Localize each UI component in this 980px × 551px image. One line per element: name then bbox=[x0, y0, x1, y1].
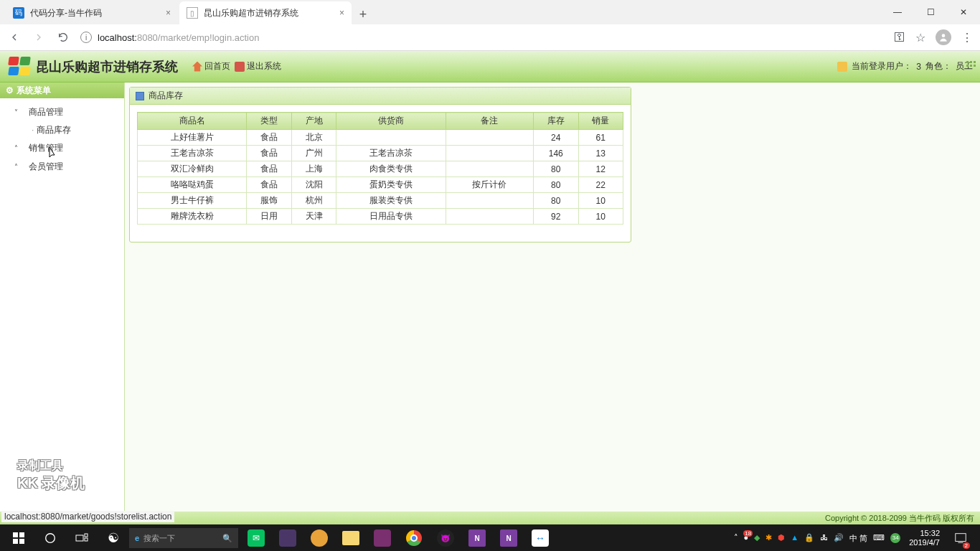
tab-inactive[interactable]: 码 代码分享-当牛作码 × bbox=[6, 1, 178, 24]
reload-button[interactable] bbox=[56, 30, 70, 44]
table-row[interactable]: 双汇冷鲜肉食品上海肉食类专供8012 bbox=[138, 161, 623, 177]
table-cell: 服饰 bbox=[247, 193, 291, 209]
table-cell: 杭州 bbox=[291, 193, 336, 209]
sidebar-item-goods[interactable]: ˅ 商品管理 bbox=[0, 103, 124, 121]
sidebar-item-sales[interactable]: ˄ 销售管理 bbox=[0, 138, 124, 157]
volume-icon[interactable]: 🔊 bbox=[834, 533, 844, 544]
sidebar-item-members[interactable]: ˄ 会员管理 bbox=[0, 157, 124, 176]
user-info: 当前登录用户： 3 角色： 员工 bbox=[837, 60, 973, 72]
windows-logo-icon bbox=[7, 55, 30, 78]
table-cell: 食品 bbox=[247, 146, 291, 161]
url-port: 8080 bbox=[137, 32, 158, 43]
clock[interactable]: 15:32 2019/4/7 bbox=[905, 529, 944, 547]
table-cell: 10 bbox=[578, 209, 623, 225]
table-row[interactable]: 雕牌洗衣粉日用天津日用品专供9210 bbox=[138, 209, 623, 225]
table-header: 供货商 bbox=[336, 113, 446, 130]
table-cell: 男士牛仔裤 bbox=[138, 193, 247, 209]
tab-bar: 码 代码分享-当牛作码 × ▯ 昆山乐购超市进销存系统 × + — ☐ ✕ bbox=[0, 0, 980, 24]
close-icon[interactable]: × bbox=[339, 8, 344, 18]
status-url: localhost:8080/market/goods!storelist.ac… bbox=[1, 511, 174, 522]
table-cell: 雕牌洗衣粉 bbox=[138, 209, 247, 225]
table-row[interactable]: 上好佳薯片食品北京2461 bbox=[138, 130, 623, 146]
sidebar-item-stock[interactable]: · 商品库存 bbox=[0, 121, 124, 138]
wechat-icon[interactable]: ✉ bbox=[241, 524, 271, 551]
chrome-icon[interactable] bbox=[399, 524, 429, 551]
explorer-icon[interactable] bbox=[336, 524, 366, 551]
address-bar: i localhost:8080/market/emp!login.action… bbox=[0, 24, 980, 50]
app-icon-4[interactable]: 😈 bbox=[430, 524, 461, 551]
table-cell bbox=[446, 161, 533, 177]
star-icon[interactable]: ☆ bbox=[915, 31, 925, 44]
table-row[interactable]: 男士牛仔裤服饰杭州服装类专供8010 bbox=[138, 193, 623, 209]
table-header: 商品名 bbox=[138, 113, 247, 130]
tray-icon[interactable]: ✱ bbox=[765, 533, 772, 544]
network-icon[interactable]: 🖧 bbox=[820, 533, 828, 544]
sidebar-title: ⚙ 系统菜单 bbox=[0, 83, 124, 98]
task-icons: ✉ 😈 N N ↔ bbox=[241, 524, 555, 551]
onenote2-icon[interactable]: N bbox=[494, 524, 524, 551]
bullet-icon: · bbox=[32, 125, 34, 135]
app-title: 昆山乐购超市进销存系统 bbox=[36, 58, 178, 75]
chevron-up-icon: ˄ bbox=[14, 163, 23, 171]
stock-table: 商品名类型产地供货商备注库存销量 上好佳薯片食品北京2461王老吉凉茶食品广州王… bbox=[137, 112, 623, 225]
close-icon[interactable]: × bbox=[166, 8, 171, 18]
taskbar-search[interactable]: e 搜索一下 🔍 bbox=[129, 528, 238, 548]
notifications-button[interactable]: 2 bbox=[948, 524, 973, 551]
table-cell bbox=[446, 209, 533, 225]
maximize-button[interactable]: ☐ bbox=[914, 0, 947, 24]
start-button[interactable] bbox=[3, 524, 34, 551]
url-host: localhost: bbox=[98, 32, 137, 43]
workspace: ⚙ 系统菜单 ˅ 商品管理 · 商品库存 ˄ 销售管理 ˄ 会员管理 bbox=[0, 83, 980, 512]
close-window-button[interactable]: ✕ bbox=[947, 0, 980, 24]
tab-active[interactable]: ▯ 昆山乐购超市进销存系统 × bbox=[179, 1, 352, 24]
taskview-button[interactable] bbox=[66, 524, 98, 551]
teamviewer-icon[interactable]: ↔ bbox=[525, 524, 555, 551]
panel-title: 商品库存 bbox=[130, 88, 631, 105]
logout-link[interactable]: 退出系统 bbox=[235, 60, 281, 72]
back-button[interactable] bbox=[7, 30, 22, 44]
table-row[interactable]: 王老吉凉茶食品广州王老吉凉茶14613 bbox=[138, 146, 623, 161]
app-icon-3[interactable] bbox=[367, 524, 397, 551]
keyboard-icon[interactable]: ⌨ bbox=[873, 533, 885, 544]
minimize-button[interactable]: — bbox=[881, 0, 914, 24]
app-icon-1[interactable] bbox=[273, 524, 303, 551]
sidebar-item-label: 会员管理 bbox=[29, 161, 63, 173]
panel-title-text: 商品库存 bbox=[149, 90, 183, 102]
table-cell: 日用 bbox=[247, 209, 291, 225]
cortana-button[interactable] bbox=[34, 524, 66, 551]
tray-up-icon[interactable]: ˄ bbox=[734, 533, 738, 544]
grip-icon bbox=[966, 61, 976, 67]
table-cell: 双汇冷鲜肉 bbox=[138, 161, 247, 177]
table-cell bbox=[446, 130, 533, 146]
key-icon[interactable]: ⚿ bbox=[894, 31, 905, 44]
menu-icon[interactable]: ⋮ bbox=[961, 31, 973, 44]
profile-icon[interactable] bbox=[936, 29, 951, 45]
search-placeholder: 搜索一下 bbox=[143, 533, 175, 544]
table-header: 产地 bbox=[291, 113, 336, 130]
table-cell: 146 bbox=[534, 146, 578, 161]
tray-icon[interactable]: ●18 bbox=[744, 533, 749, 544]
clock-date: 2019/4/7 bbox=[909, 538, 940, 547]
info-icon[interactable]: i bbox=[80, 32, 92, 43]
url-input[interactable]: i localhost:8080/market/emp!login.action bbox=[80, 32, 884, 43]
app-icon-2[interactable] bbox=[304, 524, 334, 551]
url-path: /market/emp!login.action bbox=[158, 32, 260, 43]
table-cell: 10 bbox=[578, 193, 623, 209]
table-cell: 80 bbox=[534, 161, 578, 177]
yinyang-icon[interactable]: ☯ bbox=[98, 524, 129, 551]
home-link[interactable]: 回首页 bbox=[192, 60, 230, 72]
forward-button[interactable] bbox=[32, 30, 46, 44]
tray-icon[interactable]: ▲ bbox=[791, 533, 798, 544]
sidebar-title-text: 系统菜单 bbox=[17, 85, 51, 97]
table-cell: 肉食类专供 bbox=[336, 161, 446, 177]
tray-icon[interactable]: ⬢ bbox=[778, 533, 785, 544]
tray-icon[interactable]: ◆ bbox=[754, 533, 760, 544]
new-tab-button[interactable]: + bbox=[353, 4, 373, 24]
onenote-icon[interactable]: N bbox=[462, 524, 492, 551]
table-row[interactable]: 咯咯哒鸡蛋食品沈阳蛋奶类专供按斤计价8022 bbox=[138, 177, 623, 193]
tray-icon[interactable]: 🔒 bbox=[804, 533, 814, 544]
battery-icon[interactable]: 34 bbox=[890, 533, 900, 543]
user-label: 当前登录用户： bbox=[852, 60, 912, 72]
ime-indicator[interactable]: 中 简 bbox=[849, 533, 867, 544]
table-cell: 天津 bbox=[291, 209, 336, 225]
